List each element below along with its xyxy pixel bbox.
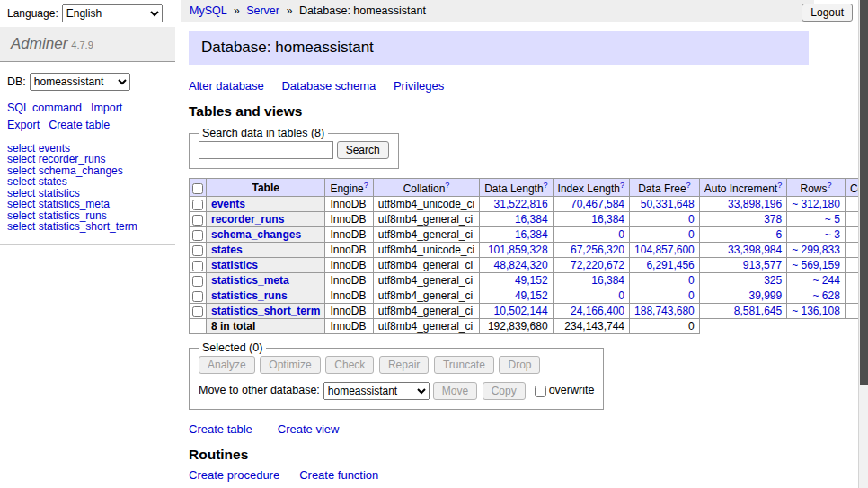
table-link[interactable]: statistics_short_term: [211, 305, 320, 317]
auto-increment-link[interactable]: 913,577: [743, 259, 782, 271]
create-function-link[interactable]: Create function: [299, 468, 378, 482]
index-length-link[interactable]: 0: [618, 289, 624, 302]
adminer-logo-link[interactable]: Adminer: [11, 35, 67, 52]
col-header-rows-label: Rows: [801, 182, 828, 195]
rows-count-link[interactable]: ~ 244: [813, 274, 840, 287]
auto-increment-link[interactable]: 325: [764, 274, 782, 287]
sidebar-item-select-states[interactable]: select states: [7, 176, 168, 188]
move-database-select[interactable]: homeassistant: [323, 382, 430, 400]
scrollbar-thumb[interactable]: [860, 0, 868, 385]
total-data-free: 0: [630, 319, 700, 334]
language-select[interactable]: English: [62, 4, 163, 22]
page-title: Database: homeassistant: [189, 31, 809, 65]
row-checkbox[interactable]: [192, 291, 203, 302]
select-all-checkbox[interactable]: [192, 183, 203, 194]
table-link[interactable]: recorder_runs: [211, 213, 284, 226]
collation-cell: utf8mb4_unicode_ci: [373, 243, 479, 258]
database-schema-link[interactable]: Database schema: [281, 79, 376, 93]
search-fieldset: Search data in tables (8) Search: [189, 127, 399, 169]
breadcrumb-link-mysql[interactable]: MySQL: [190, 4, 226, 17]
index-length-link[interactable]: 67,256,320: [571, 244, 624, 256]
table-link[interactable]: schema_changes: [211, 228, 301, 241]
alter-database-link[interactable]: Alter database: [189, 79, 264, 93]
table-link[interactable]: events: [211, 198, 245, 210]
row-checkbox[interactable]: [192, 276, 203, 287]
sidebar-item-select-statistics-meta[interactable]: select statistics_meta: [7, 199, 168, 210]
row-checkbox[interactable]: [192, 306, 203, 317]
sidebar-item-select-statistics-short-term[interactable]: select statistics_short_term: [7, 221, 168, 233]
table-link[interactable]: statistics: [211, 259, 258, 271]
rows-count-link[interactable]: ~ 569,159: [792, 259, 840, 271]
data-free-link[interactable]: 188,743,680: [634, 305, 695, 317]
vertical-scrollbar[interactable]: [858, 0, 868, 488]
index-length-link[interactable]: 24,166,400: [571, 305, 624, 317]
index-length-link[interactable]: 70,467,584: [571, 198, 624, 210]
rows-count-link[interactable]: ~ 299,833: [792, 244, 840, 256]
row-checkbox[interactable]: [192, 230, 203, 241]
rows-count-link[interactable]: ~ 136,108: [792, 305, 840, 317]
auto-increment-link[interactable]: 39,999: [748, 289, 782, 302]
table-link[interactable]: statistics_runs: [211, 289, 288, 302]
row-checkbox[interactable]: [192, 245, 203, 256]
rows-count-link[interactable]: ~ 5: [825, 213, 840, 226]
data-length-link[interactable]: 10,502,144: [494, 305, 548, 317]
table-link[interactable]: states: [211, 244, 243, 256]
row-checkbox[interactable]: [192, 261, 203, 271]
search-button[interactable]: Search: [337, 141, 389, 159]
data-free-link[interactable]: 50,331,648: [641, 198, 695, 210]
auto-increment-link[interactable]: 8,581,645: [734, 305, 782, 317]
row-checkbox[interactable]: [192, 215, 203, 226]
sidebar-link-create-table[interactable]: Create table: [49, 119, 110, 131]
privileges-link[interactable]: Privileges: [394, 79, 444, 93]
search-input[interactable]: [199, 141, 333, 159]
sidebar-item-select-recorder-runs[interactable]: select recorder_runs: [7, 154, 168, 165]
data-free-link[interactable]: 6,291,456: [646, 259, 694, 271]
data-free-link[interactable]: 0: [688, 274, 695, 287]
auto-increment-link[interactable]: 378: [764, 213, 782, 226]
create-view-link[interactable]: Create view: [278, 422, 340, 436]
collation-help-link[interactable]: ?: [445, 181, 449, 190]
rows-help-link[interactable]: ?: [828, 181, 832, 190]
data-length-link[interactable]: 48,824,320: [494, 259, 548, 271]
index-length-link[interactable]: 16,384: [591, 274, 624, 287]
data-length-link[interactable]: 101,859,328: [488, 244, 548, 256]
sidebar-link-import[interactable]: Import: [91, 102, 122, 114]
data-length-help-link[interactable]: ?: [544, 181, 548, 190]
engine-help-link[interactable]: ?: [364, 181, 368, 190]
row-checkbox[interactable]: [192, 200, 203, 210]
index-length-link[interactable]: 72,220,672: [571, 259, 624, 271]
index-length-link[interactable]: 16,384: [591, 213, 624, 226]
table-link[interactable]: statistics_meta: [211, 274, 289, 287]
table-row: statistics_runs InnoDB utf8mb4_general_c…: [190, 288, 868, 304]
data-length-link[interactable]: 49,152: [515, 274, 548, 287]
auto-increment-link[interactable]: 33,398,984: [728, 244, 782, 256]
data-length-link[interactable]: 49,152: [515, 289, 548, 302]
data-free-link[interactable]: 0: [688, 213, 695, 226]
data-free-link[interactable]: 0: [688, 228, 695, 241]
index-length-link[interactable]: 0: [618, 228, 624, 241]
sidebar-link-export[interactable]: Export: [7, 119, 40, 131]
data-free-link[interactable]: 0: [688, 289, 695, 302]
sidebar-link-sql-command[interactable]: SQL command: [7, 102, 82, 114]
data-free-help-link[interactable]: ?: [686, 181, 691, 190]
selected-buttons-row: Analyze Optimize Check Repair Truncate D…: [199, 356, 594, 374]
db-select[interactable]: homeassistant: [30, 73, 130, 91]
auto-increment-link[interactable]: 33,898,196: [728, 198, 782, 210]
index-length-help-link[interactable]: ?: [620, 181, 624, 190]
rows-count-link[interactable]: ~ 628: [813, 289, 840, 302]
engine-cell: InnoDB: [325, 273, 373, 288]
create-procedure-link[interactable]: Create procedure: [189, 468, 279, 482]
overwrite-label[interactable]: overwrite: [549, 384, 595, 396]
logout-button[interactable]: Logout: [802, 4, 853, 22]
data-free-link[interactable]: 104,857,600: [634, 244, 695, 256]
data-length-link[interactable]: 16,384: [515, 228, 548, 241]
create-table-link[interactable]: Create table: [189, 422, 252, 436]
auto-increment-help-link[interactable]: ?: [777, 181, 782, 190]
breadcrumb-link-server[interactable]: Server: [246, 4, 279, 17]
data-length-link[interactable]: 31,522,816: [494, 198, 548, 210]
rows-count-link[interactable]: ~ 3: [825, 228, 840, 241]
overwrite-checkbox[interactable]: [535, 386, 546, 397]
auto-increment-link[interactable]: 6: [775, 228, 782, 241]
rows-count-link[interactable]: ~ 312,180: [792, 198, 840, 210]
data-length-link[interactable]: 16,384: [515, 213, 548, 226]
